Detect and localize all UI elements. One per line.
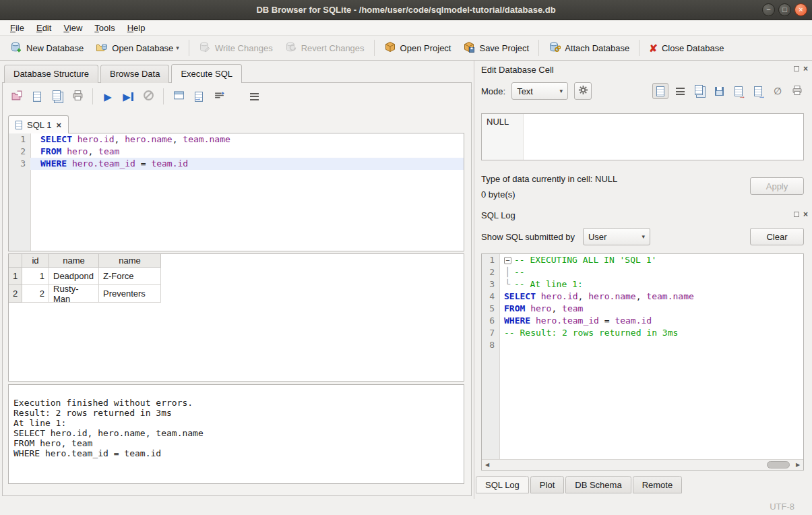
open-database-dropdown-icon[interactable]: ▾ [176,44,179,51]
sql-editor-code[interactable]: 1SELECT hero.id, hero.name, team.name2FR… [9,133,464,251]
code-line[interactable]: 1SELECT hero.id, hero.name, team.name [9,133,464,146]
table-cell[interactable]: Preventers [99,285,161,303]
table-cell[interactable]: Z-Force [99,268,161,285]
code-line[interactable]: 7-- Result: 2 rows returned in 3ms [482,327,803,339]
sql-editor[interactable]: 1SELECT hero.id, hero.name, team.name2FR… [8,133,464,251]
code-line[interactable]: 2│-- [482,266,803,278]
float-dock-icon[interactable] [794,66,799,71]
code-line[interactable]: 2FROM hero, team [9,146,464,158]
tab-plot[interactable]: Plot [530,476,564,493]
toolbar-separator [639,40,639,56]
table-cell[interactable]: Rusty-Man [49,285,99,303]
table-row[interactable]: 11DeadpondZ-Force [9,268,464,285]
open-project-button[interactable]: Open Project [378,38,458,59]
execute-all-button[interactable]: ▶ [99,88,117,105]
mode-select[interactable]: Text ▾ [511,82,568,100]
text-mode-button[interactable] [652,83,668,99]
menu-tools[interactable]: Tools [88,21,121,35]
scrollbar-track[interactable] [493,460,792,470]
open-database-button[interactable]: Open Database ▾ [90,38,185,59]
line-number: 6 [482,315,499,327]
tab-sql-log[interactable]: SQL Log [476,476,529,493]
word-wrap-button[interactable] [245,88,263,105]
sql-log-filter-select[interactable]: User ▾ [583,228,650,245]
tab-browse-data[interactable]: Browse Data [100,65,169,83]
column-header[interactable]: name [49,254,99,268]
cell-editor[interactable]: NULL [481,113,804,160]
save-project-button[interactable]: Save Project [457,38,535,59]
encoding-indicator[interactable]: UTF-8 [770,502,794,512]
table-cell[interactable]: 2 [22,285,49,303]
scrollbar-thumb[interactable] [767,461,790,468]
table-cell[interactable]: Deadpond [49,268,99,285]
clear-log-button[interactable]: Clear [750,228,804,245]
tab-database-structure[interactable]: Database Structure [4,65,98,83]
minimize-button[interactable]: − [762,3,775,16]
word-wrap-cell-button[interactable] [672,83,688,99]
column-header[interactable]: name [99,254,161,268]
tab-execute-sql[interactable]: Execute SQL [171,64,242,83]
menu-view[interactable]: View [57,21,88,35]
results-grid[interactable]: idnamename11DeadpondZ-Force22Rusty-ManPr… [9,254,464,303]
results-table: idnamename11DeadpondZ-Force22Rusty-ManPr… [8,253,464,382]
scroll-left-icon[interactable]: ◀ [482,460,493,470]
code-line[interactable]: 5FROM hero, team [482,303,803,315]
execute-line-icon: ▶ [123,92,131,102]
import-cell-button[interactable]: → [730,83,747,99]
cell-editor-area[interactable] [524,114,803,160]
row-header[interactable]: 1 [9,268,22,285]
code-line[interactable]: 6WHERE hero.team_id = team.id [482,315,803,327]
copy-cell-button[interactable] [691,83,708,99]
sql-log-code[interactable]: 1−-- EXECUTING ALL IN 'SQL 1'2│--3└-- At… [482,254,803,459]
word-wrap-icon [676,88,685,95]
column-header[interactable]: id [22,254,49,268]
print-cell-button[interactable] [789,83,805,99]
close-tab-icon[interactable]: × [56,120,61,130]
sql-log-filter-label: Show SQL submitted by [481,232,575,242]
new-sql-tab-button[interactable] [170,88,187,105]
attach-database-icon [549,41,561,55]
left-pane: Database Structure Browse Data Execute S… [0,61,474,499]
close-window-button[interactable]: × [794,3,807,16]
export-results-button[interactable]: → [190,88,208,105]
tab-remote[interactable]: Remote [633,476,683,493]
execution-status-box: Execution finished without errors. Resul… [8,384,464,484]
close-database-button[interactable]: ✘ Close Database [643,40,730,57]
code-line[interactable]: 3WHERE hero.team_id = team.id [9,158,464,170]
format-sql-button[interactable] [210,88,228,105]
table-cell[interactable]: 1 [22,268,49,285]
execute-current-line-button[interactable]: ▶ [119,88,137,105]
code-line[interactable]: 3└-- At line 1: [482,278,803,291]
code-line[interactable]: 1−-- EXECUTING ALL IN 'SQL 1' [482,254,803,266]
title-bar[interactable]: DB Browser for SQLite - /home/user/code/… [0,0,812,20]
export-cell-button[interactable]: → [750,83,766,99]
sql-document-tab[interactable]: SQL 1 × [8,115,69,133]
code-line[interactable]: 4SELECT hero.id, hero.name, team.name [482,291,803,303]
line-number: 5 [482,303,499,315]
float-dock-icon[interactable] [794,212,799,217]
tab-db-schema[interactable]: DB Schema [565,476,631,493]
auto-switch-mode-button[interactable] [574,82,592,100]
open-sql-file-button[interactable] [8,88,26,105]
table-row[interactable]: 22Rusty-ManPreventers [9,285,464,303]
line-number: 2 [482,266,499,278]
scroll-right-icon[interactable]: ▶ [792,460,803,470]
edit-cell-toolbar: → → ∅ [652,83,805,99]
menu-file[interactable]: File [4,21,30,35]
attach-database-button[interactable]: Attach Database [542,38,635,59]
table-corner [9,254,22,268]
horizontal-scrollbar[interactable]: ◀ ▶ [482,459,803,470]
save-sql-file-as-button[interactable] [49,88,66,105]
new-database-button[interactable]: New Database [4,38,90,59]
maximize-button[interactable]: □ [778,3,791,16]
save-cell-button[interactable] [711,83,727,99]
close-dock-icon[interactable]: × [803,65,808,72]
menu-edit[interactable]: Edit [30,21,57,35]
row-header[interactable]: 2 [9,285,22,303]
close-dock-icon[interactable]: × [803,211,808,218]
code-line[interactable]: 8 [482,339,803,351]
save-sql-file-button[interactable] [28,88,46,105]
menu-help[interactable]: Help [121,21,152,35]
print-sql-button[interactable] [69,88,86,105]
set-null-button[interactable]: ∅ [770,83,786,99]
